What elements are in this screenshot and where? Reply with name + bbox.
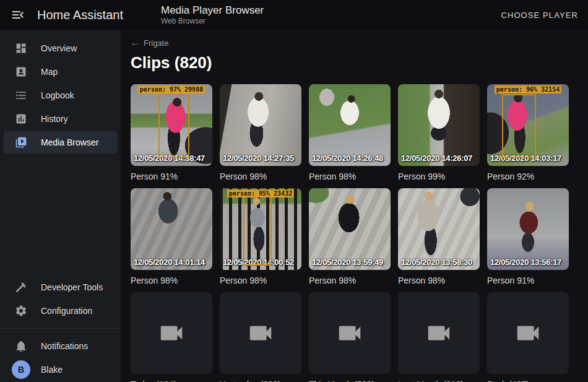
sidebar-item-developer-tools[interactable]: Developer Tools [4,276,117,298]
list-bulleted-icon [15,89,27,102]
sidebar-item-label: Overview [41,43,77,53]
sidebar-toggle-button[interactable] [11,7,25,22]
clip-timestamp: 12/05/2020 14:27:35 [223,154,294,163]
clip-caption: Person 98% [131,274,212,287]
clip-card[interactable]: 12/05/2020 14:27:35 Person 98% [220,84,301,183]
sidebar-item-overview[interactable]: Overview [4,37,117,59]
clip-caption: Person 99% [398,170,480,183]
clip-card[interactable]: person: 96% 32154 12/05/2020 14:03:17 Pe… [487,84,569,183]
clip-card[interactable]: 12/05/2020 14:01:14 Person 98% [131,188,212,287]
folder-card-back[interactable]: Back (427) [487,292,569,382]
app-title: Home Assistant [37,8,123,22]
sidebar-item-notifications[interactable]: Notifications [4,335,117,357]
clip-thumbnail[interactable]: 12/05/2020 14:26:48 [309,84,391,166]
clip-timestamp: 12/05/2020 13:56:17 [490,258,561,267]
folder-card-yesterday[interactable]: Yesterday (209) [220,292,301,382]
bell-icon [15,340,27,352]
menu-open-icon [11,14,25,24]
clip-thumbnail[interactable]: 12/05/2020 14:01:14 [131,188,212,270]
clip-thumbnail[interactable]: person: 95% 23432 12/05/2020 14:00:52 [220,188,301,270]
header-title: Media Player Browser [161,4,264,17]
detection-box [502,94,536,158]
sidebar-item-label: Developer Tools [41,282,103,292]
sidebar-item-media-browser[interactable]: Media Browser [4,131,117,154]
folder-thumbnail[interactable] [131,292,212,374]
play-box-multiple-icon [15,136,27,149]
sidebar-item-label: Media Browser [41,137,98,147]
clip-thumbnail[interactable]: person: 97% 29988 12/05/2020 14:38:47 [131,84,212,166]
sidebar-divider [0,328,121,329]
clip-card[interactable]: 12/05/2020 14:26:07 Person 99% [398,84,480,183]
clip-timestamp: 12/05/2020 14:26:48 [312,154,383,163]
video-camera-icon [335,319,364,347]
clips-grid: person: 97% 29988 12/05/2020 14:38:47 Pe… [131,84,578,382]
gear-icon [15,305,27,317]
folder-caption: Today (164) [131,378,212,382]
folder-card-today[interactable]: Today (164) [131,292,212,382]
folder-caption: Last Month (318) [398,378,480,382]
avatar: B [12,360,30,379]
clip-card[interactable]: 12/05/2020 13:59:49 Person 98% [309,188,391,287]
sidebar-item-label: Notifications [41,341,88,351]
chart-box-icon [15,113,27,125]
folder-caption: Yesterday (209) [220,378,301,382]
header-subtitle: Web Browser [161,17,264,25]
clip-timestamp: 12/05/2020 14:26:07 [401,154,472,163]
clip-card[interactable]: 12/05/2020 13:56:17 Person 91% [487,188,569,287]
clip-caption: Person 98% [220,170,301,183]
dashboard-icon [15,42,27,54]
clip-timestamp: 12/05/2020 13:58:30 [401,258,472,267]
detection-label: person: 96% 32154 [495,85,561,93]
sidebar-item-history[interactable]: History [4,108,117,130]
detection-label: person: 95% 23432 [227,189,294,198]
sidebar-item-map[interactable]: Map [4,61,117,83]
clip-card[interactable]: person: 97% 29988 12/05/2020 14:38:47 Pe… [131,84,212,183]
detection-label: person: 97% 29988 [138,85,205,93]
clip-thumbnail[interactable]: 12/05/2020 14:27:35 [220,84,301,166]
detection-box [158,95,189,158]
sidebar-item-configuration[interactable]: Configuration [4,300,117,322]
clip-caption: Person 98% [309,274,391,287]
sidebar-item-user-profile[interactable]: B Blake [4,358,117,381]
folder-thumbnail[interactable] [220,292,301,374]
clip-caption: Person 98% [309,170,391,183]
back-arrow-icon: ← [131,39,139,47]
folder-thumbnail[interactable] [398,292,480,374]
clip-caption: Person 91% [131,170,212,183]
clip-caption: Person 98% [220,274,301,287]
hammer-icon [15,281,27,293]
clip-caption: Person 92% [487,170,569,183]
clip-card[interactable]: 12/05/2020 13:58:30 Person 98% [398,188,480,287]
clip-thumbnail[interactable]: 12/05/2020 14:26:07 [398,84,480,166]
breadcrumb-label: Frigate [144,38,168,48]
clip-thumbnail[interactable]: 12/05/2020 13:58:30 [398,188,480,270]
clip-thumbnail[interactable]: 12/05/2020 13:59:49 [309,188,391,270]
folder-caption: Back (427) [487,378,569,382]
clip-card[interactable]: 12/05/2020 14:26:48 Person 98% [309,84,391,183]
detection-box [243,193,272,266]
sidebar-item-logbook[interactable]: Logbook [4,84,117,106]
breadcrumb-back[interactable]: ← Frigate [131,38,168,48]
sidebar-spacer [0,155,121,276]
folder-card-this-month[interactable]: This Month (502) [309,292,391,382]
sidebar-item-label: Map [41,67,58,77]
clip-thumbnail[interactable]: 12/05/2020 13:56:17 [487,188,569,270]
clip-thumbnail[interactable]: person: 96% 32154 12/05/2020 14:03:17 [487,84,569,166]
user-name-label: Blake [41,365,63,375]
clip-card[interactable]: person: 95% 23432 12/05/2020 14:00:52 Pe… [220,188,301,287]
topbar-left: Home Assistant [0,7,121,22]
folder-card-last-month[interactable]: Last Month (318) [398,292,480,382]
clip-caption: Person 91% [487,274,569,287]
folder-caption: This Month (502) [309,378,391,382]
clip-timestamp: 12/05/2020 13:59:49 [312,258,383,267]
folder-thumbnail[interactable] [309,292,391,374]
page-header: Media Player Browser Web Browser [161,4,264,25]
page-title: Clips (820) [131,53,578,72]
folder-thumbnail[interactable] [487,292,569,374]
clip-caption: Person 98% [398,274,480,287]
sidebar-item-label: History [41,114,68,124]
map-account-icon [15,66,27,78]
video-camera-icon [514,319,542,347]
sidebar-item-label: Configuration [41,306,92,316]
choose-player-button[interactable]: CHOOSE PLAYER [501,11,578,20]
